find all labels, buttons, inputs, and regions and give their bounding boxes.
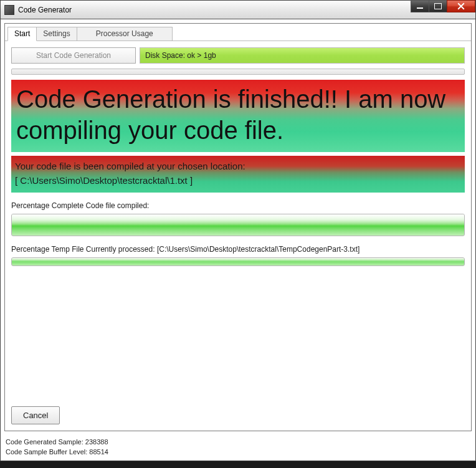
app-window: Code Generator Start Settings Processor …: [0, 0, 476, 461]
window-title: Code Generator: [18, 6, 474, 14]
window-controls: [411, 0, 475, 12]
cancel-wrap: Cancel: [11, 406, 465, 424]
status-code-generated: Code Generated Sample: 238388: [6, 437, 470, 447]
tab-processor-usage[interactable]: Processor Usage: [77, 27, 173, 41]
minimize-button[interactable]: [411, 0, 429, 12]
close-button[interactable]: [447, 0, 475, 12]
status-buffer-level: Code Sample Buffer Level: 88514: [6, 447, 470, 457]
top-progress-track: [11, 69, 465, 75]
progress-sheen: [12, 258, 464, 261]
cancel-button[interactable]: Cancel: [11, 406, 60, 424]
tab-strip: Start Settings Processor Usage: [5, 24, 471, 41]
titlebar[interactable]: Code Generator: [1, 1, 475, 19]
start-code-generation-button[interactable]: Start Code Generation: [11, 47, 136, 64]
close-icon: [457, 2, 465, 10]
temp-progress-bar: [11, 257, 465, 266]
compiled-progress-bar: [11, 214, 465, 236]
tab-settings[interactable]: Settings: [36, 27, 77, 41]
main-content: Code Generation is finished!! I am now c…: [11, 80, 465, 427]
status-banner-sub: Your code file is been compiled at your …: [11, 156, 465, 193]
compiled-progress-label: Percentage Complete Code file compiled:: [11, 201, 465, 210]
client-area: Start Settings Processor Usage Start Cod…: [4, 23, 472, 431]
tab-start[interactable]: Start: [7, 27, 37, 41]
toolbar: Start Code Generation Disk Space: ok > 1…: [5, 41, 471, 67]
spacer: [11, 266, 465, 400]
disk-space-indicator: Disk Space: ok > 1gb: [140, 47, 465, 64]
progress-sheen: [12, 214, 464, 224]
desktop-edge: [0, 461, 476, 468]
app-icon: [4, 5, 14, 15]
status-bar: Code Generated Sample: 238388 Code Sampl…: [1, 435, 475, 461]
maximize-button[interactable]: [429, 0, 447, 12]
status-banner-main: Code Generation is finished!! I am now c…: [11, 80, 465, 152]
temp-progress-label: Percentage Temp File Currently processed…: [11, 245, 465, 254]
sub-banner-line2: [ C:\Users\Simo\Desktop\testcracktal\1.t…: [15, 174, 461, 188]
sub-banner-line1: Your code file is been compiled at your …: [15, 160, 461, 174]
